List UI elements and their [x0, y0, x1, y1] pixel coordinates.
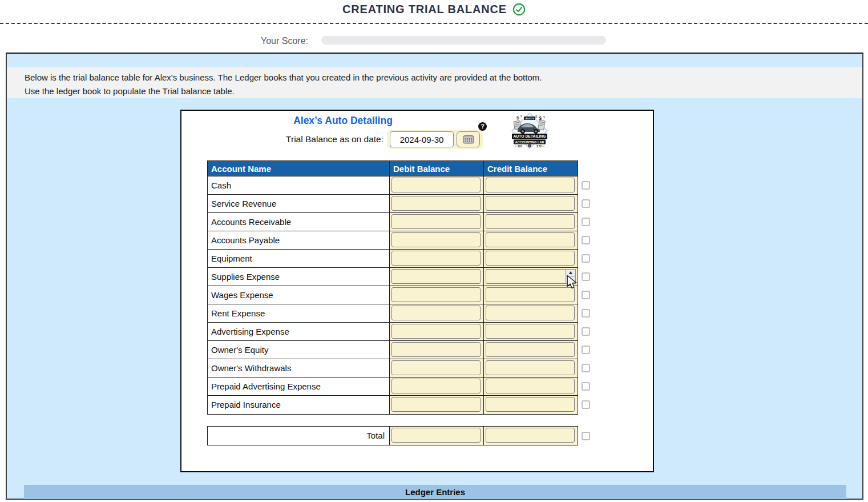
debit-input[interactable] — [391, 196, 481, 211]
spinner-down-button[interactable] — [566, 277, 575, 284]
account-name: Equipment — [208, 250, 389, 267]
debit-input[interactable] — [391, 306, 481, 320]
debit-cell — [389, 377, 483, 395]
credit-input[interactable] — [486, 287, 575, 302]
debit-cell — [389, 396, 483, 414]
account-name: Supplies Expense — [208, 268, 389, 286]
credit-input[interactable] — [486, 360, 575, 375]
total-credit-input[interactable] — [486, 428, 575, 443]
credit-cell — [483, 286, 578, 304]
account-name: Advertising Expense — [208, 323, 389, 340]
table-row: Service Revenue — [208, 195, 578, 213]
credit-input[interactable] — [486, 214, 575, 229]
activity-panel: Below is the trial balance table for Ale… — [6, 53, 863, 500]
table-row: Supplies Expense — [208, 268, 578, 286]
total-row: Total — [207, 426, 578, 445]
credit-cell — [483, 195, 578, 212]
total-credit-cell — [483, 427, 578, 445]
table-row: Owner's Equity — [208, 341, 578, 359]
date-input[interactable] — [390, 131, 454, 147]
row-checkbox — [582, 272, 590, 281]
header-debit-balance: Debit Balance — [389, 161, 483, 176]
dashed-divider — [0, 23, 868, 24]
credit-input[interactable] — [486, 379, 575, 393]
row-checkbox — [582, 236, 590, 244]
row-checkbox — [582, 400, 590, 409]
credit-input[interactable] — [486, 324, 575, 339]
table-row: Advertising Expense — [208, 323, 578, 341]
total-label: Total — [208, 427, 389, 445]
debit-input[interactable] — [391, 269, 481, 284]
credit-cell — [483, 176, 578, 194]
account-name: Owner's Withdrawals — [208, 359, 389, 377]
credit-cell — [483, 231, 578, 249]
score-label: Your Score: — [0, 36, 308, 46]
row-checkbox — [582, 199, 590, 208]
credit-cell — [483, 359, 578, 377]
credit-input[interactable] — [486, 178, 575, 192]
debit-input[interactable] — [391, 232, 481, 247]
debit-input[interactable] — [391, 287, 481, 302]
table-row: Accounts Payable — [208, 231, 578, 250]
debit-input[interactable] — [391, 214, 481, 229]
ledger-entries-header: Ledger Entries — [24, 485, 846, 499]
account-name: Owner's Equity — [208, 341, 389, 359]
credit-input[interactable] — [486, 269, 575, 284]
row-checkbox — [582, 382, 590, 391]
account-name: Accounts Receivable — [208, 213, 389, 231]
account-name: Cash — [208, 176, 389, 194]
row-checkbox — [582, 291, 590, 299]
credit-cell — [483, 213, 578, 231]
calendar-icon — [463, 135, 474, 144]
account-name: Prepaid Advertising Expense — [208, 377, 389, 395]
account-name: Accounts Payable — [208, 231, 389, 249]
help-icon[interactable]: ? — [478, 122, 487, 131]
date-label: Trial Balance as on date: — [239, 134, 383, 144]
credit-input[interactable] — [486, 306, 575, 320]
spinner-up-button[interactable] — [566, 270, 575, 277]
table-row: Wages Expense — [208, 286, 578, 304]
row-checkbox — [582, 364, 590, 372]
credit-cell — [483, 396, 578, 414]
debit-input[interactable] — [391, 251, 481, 266]
credit-input[interactable] — [486, 196, 575, 211]
debit-input[interactable] — [391, 324, 481, 339]
credit-input[interactable] — [486, 342, 575, 357]
debit-cell — [389, 268, 483, 286]
svg-text:$: $ — [543, 115, 545, 119]
credit-input[interactable] — [486, 251, 575, 266]
total-row-checkbox — [582, 432, 590, 440]
number-spinner[interactable] — [566, 269, 576, 284]
instructions: Below is the trial balance table for Ale… — [7, 67, 862, 98]
table-row: Prepaid Advertising Expense — [208, 377, 578, 396]
table-row: Rent Expense — [208, 304, 578, 323]
row-checkbox — [582, 327, 590, 336]
svg-text:$: $ — [535, 115, 538, 118]
debit-input[interactable] — [391, 342, 481, 357]
credit-input[interactable] — [486, 397, 575, 412]
instructions-line1: Below is the trial balance table for Ale… — [25, 71, 857, 85]
debit-cell — [389, 176, 483, 194]
account-name: Prepaid Insurance — [208, 396, 389, 414]
date-picker-group — [387, 130, 483, 149]
row-checkbox — [582, 181, 590, 190]
debit-input[interactable] — [391, 379, 481, 393]
debit-cell — [389, 231, 483, 249]
debit-input[interactable] — [391, 360, 481, 375]
check-circle-icon — [512, 3, 526, 16]
account-name: Service Revenue — [208, 195, 389, 212]
credit-cell — [483, 341, 578, 359]
header-account-name: Account Name — [208, 161, 389, 176]
credit-cell — [483, 268, 578, 286]
trial-balance-table: Account Name Debit Balance Credit Balanc… — [207, 160, 578, 415]
page-title: CREATING TRIAL BALANCE — [342, 3, 507, 16]
account-name: Wages Expense — [208, 286, 389, 304]
credit-input[interactable] — [486, 232, 575, 247]
calendar-button[interactable] — [457, 131, 480, 147]
total-debit-input[interactable] — [391, 428, 481, 443]
svg-text:$26: $26 — [518, 145, 522, 148]
debit-input[interactable] — [391, 178, 481, 192]
debit-cell — [389, 359, 483, 377]
debit-cell — [389, 304, 483, 322]
debit-input[interactable] — [391, 397, 481, 412]
